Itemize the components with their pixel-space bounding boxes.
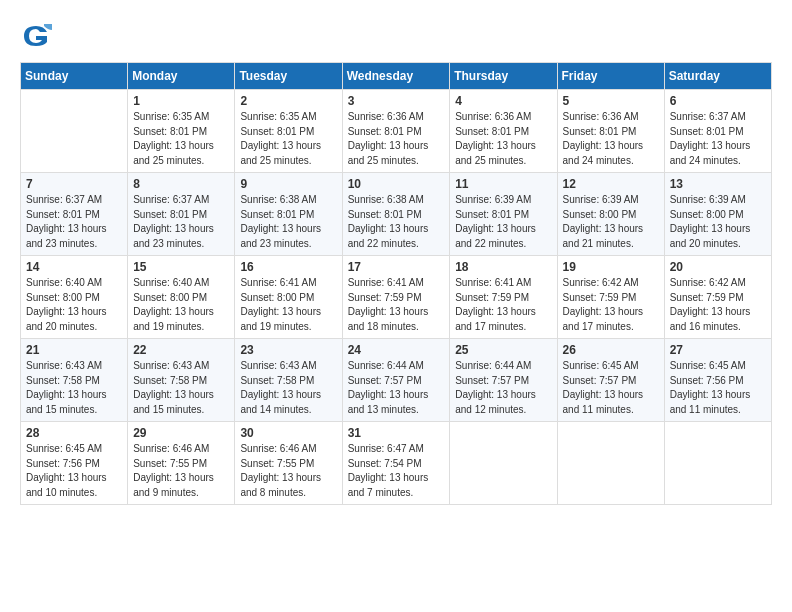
day-info: Sunrise: 6:42 AM Sunset: 7:59 PM Dayligh… bbox=[563, 276, 659, 334]
day-cell: 11 Sunrise: 6:39 AM Sunset: 8:01 PM Dayl… bbox=[450, 173, 557, 256]
day-info: Sunrise: 6:43 AM Sunset: 7:58 PM Dayligh… bbox=[240, 359, 336, 417]
week-row-5: 28 Sunrise: 6:45 AM Sunset: 7:56 PM Dayl… bbox=[21, 422, 772, 505]
day-info: Sunrise: 6:37 AM Sunset: 8:01 PM Dayligh… bbox=[670, 110, 766, 168]
day-number: 15 bbox=[133, 260, 229, 274]
day-number: 8 bbox=[133, 177, 229, 191]
week-row-4: 21 Sunrise: 6:43 AM Sunset: 7:58 PM Dayl… bbox=[21, 339, 772, 422]
week-row-1: 1 Sunrise: 6:35 AM Sunset: 8:01 PM Dayli… bbox=[21, 90, 772, 173]
day-info: Sunrise: 6:38 AM Sunset: 8:01 PM Dayligh… bbox=[240, 193, 336, 251]
day-info: Sunrise: 6:41 AM Sunset: 7:59 PM Dayligh… bbox=[348, 276, 445, 334]
header-thursday: Thursday bbox=[450, 63, 557, 90]
day-number: 14 bbox=[26, 260, 122, 274]
day-info: Sunrise: 6:40 AM Sunset: 8:00 PM Dayligh… bbox=[133, 276, 229, 334]
day-info: Sunrise: 6:42 AM Sunset: 7:59 PM Dayligh… bbox=[670, 276, 766, 334]
day-info: Sunrise: 6:44 AM Sunset: 7:57 PM Dayligh… bbox=[348, 359, 445, 417]
day-info: Sunrise: 6:39 AM Sunset: 8:00 PM Dayligh… bbox=[670, 193, 766, 251]
day-number: 5 bbox=[563, 94, 659, 108]
day-cell: 2 Sunrise: 6:35 AM Sunset: 8:01 PM Dayli… bbox=[235, 90, 342, 173]
day-number: 22 bbox=[133, 343, 229, 357]
day-cell: 9 Sunrise: 6:38 AM Sunset: 8:01 PM Dayli… bbox=[235, 173, 342, 256]
day-cell: 19 Sunrise: 6:42 AM Sunset: 7:59 PM Dayl… bbox=[557, 256, 664, 339]
day-cell: 20 Sunrise: 6:42 AM Sunset: 7:59 PM Dayl… bbox=[664, 256, 771, 339]
day-cell: 30 Sunrise: 6:46 AM Sunset: 7:55 PM Dayl… bbox=[235, 422, 342, 505]
day-info: Sunrise: 6:45 AM Sunset: 7:57 PM Dayligh… bbox=[563, 359, 659, 417]
day-cell bbox=[21, 90, 128, 173]
day-info: Sunrise: 6:40 AM Sunset: 8:00 PM Dayligh… bbox=[26, 276, 122, 334]
day-cell: 22 Sunrise: 6:43 AM Sunset: 7:58 PM Dayl… bbox=[128, 339, 235, 422]
day-number: 4 bbox=[455, 94, 551, 108]
day-number: 25 bbox=[455, 343, 551, 357]
day-cell: 16 Sunrise: 6:41 AM Sunset: 8:00 PM Dayl… bbox=[235, 256, 342, 339]
day-cell: 12 Sunrise: 6:39 AM Sunset: 8:00 PM Dayl… bbox=[557, 173, 664, 256]
day-info: Sunrise: 6:38 AM Sunset: 8:01 PM Dayligh… bbox=[348, 193, 445, 251]
day-cell: 28 Sunrise: 6:45 AM Sunset: 7:56 PM Dayl… bbox=[21, 422, 128, 505]
day-cell bbox=[557, 422, 664, 505]
day-number: 18 bbox=[455, 260, 551, 274]
day-cell: 14 Sunrise: 6:40 AM Sunset: 8:00 PM Dayl… bbox=[21, 256, 128, 339]
day-cell: 26 Sunrise: 6:45 AM Sunset: 7:57 PM Dayl… bbox=[557, 339, 664, 422]
day-info: Sunrise: 6:45 AM Sunset: 7:56 PM Dayligh… bbox=[670, 359, 766, 417]
header-wednesday: Wednesday bbox=[342, 63, 450, 90]
day-cell: 25 Sunrise: 6:44 AM Sunset: 7:57 PM Dayl… bbox=[450, 339, 557, 422]
header-saturday: Saturday bbox=[664, 63, 771, 90]
logo-icon bbox=[20, 20, 52, 52]
day-info: Sunrise: 6:46 AM Sunset: 7:55 PM Dayligh… bbox=[133, 442, 229, 500]
day-number: 27 bbox=[670, 343, 766, 357]
day-cell: 27 Sunrise: 6:45 AM Sunset: 7:56 PM Dayl… bbox=[664, 339, 771, 422]
day-cell: 6 Sunrise: 6:37 AM Sunset: 8:01 PM Dayli… bbox=[664, 90, 771, 173]
day-number: 31 bbox=[348, 426, 445, 440]
week-row-2: 7 Sunrise: 6:37 AM Sunset: 8:01 PM Dayli… bbox=[21, 173, 772, 256]
day-cell: 7 Sunrise: 6:37 AM Sunset: 8:01 PM Dayli… bbox=[21, 173, 128, 256]
page-header bbox=[20, 20, 772, 52]
day-info: Sunrise: 6:46 AM Sunset: 7:55 PM Dayligh… bbox=[240, 442, 336, 500]
day-number: 23 bbox=[240, 343, 336, 357]
day-cell: 29 Sunrise: 6:46 AM Sunset: 7:55 PM Dayl… bbox=[128, 422, 235, 505]
day-info: Sunrise: 6:36 AM Sunset: 8:01 PM Dayligh… bbox=[348, 110, 445, 168]
day-cell: 5 Sunrise: 6:36 AM Sunset: 8:01 PM Dayli… bbox=[557, 90, 664, 173]
header-sunday: Sunday bbox=[21, 63, 128, 90]
day-cell: 18 Sunrise: 6:41 AM Sunset: 7:59 PM Dayl… bbox=[450, 256, 557, 339]
day-number: 30 bbox=[240, 426, 336, 440]
day-info: Sunrise: 6:37 AM Sunset: 8:01 PM Dayligh… bbox=[133, 193, 229, 251]
day-cell bbox=[664, 422, 771, 505]
day-info: Sunrise: 6:41 AM Sunset: 7:59 PM Dayligh… bbox=[455, 276, 551, 334]
header-monday: Monday bbox=[128, 63, 235, 90]
day-cell: 24 Sunrise: 6:44 AM Sunset: 7:57 PM Dayl… bbox=[342, 339, 450, 422]
day-number: 2 bbox=[240, 94, 336, 108]
day-number: 6 bbox=[670, 94, 766, 108]
day-number: 1 bbox=[133, 94, 229, 108]
day-cell: 17 Sunrise: 6:41 AM Sunset: 7:59 PM Dayl… bbox=[342, 256, 450, 339]
day-info: Sunrise: 6:36 AM Sunset: 8:01 PM Dayligh… bbox=[455, 110, 551, 168]
day-number: 20 bbox=[670, 260, 766, 274]
day-info: Sunrise: 6:41 AM Sunset: 8:00 PM Dayligh… bbox=[240, 276, 336, 334]
day-number: 16 bbox=[240, 260, 336, 274]
day-number: 3 bbox=[348, 94, 445, 108]
day-number: 7 bbox=[26, 177, 122, 191]
calendar-header-row: SundayMondayTuesdayWednesdayThursdayFrid… bbox=[21, 63, 772, 90]
day-number: 21 bbox=[26, 343, 122, 357]
day-number: 24 bbox=[348, 343, 445, 357]
day-cell: 15 Sunrise: 6:40 AM Sunset: 8:00 PM Dayl… bbox=[128, 256, 235, 339]
day-cell: 8 Sunrise: 6:37 AM Sunset: 8:01 PM Dayli… bbox=[128, 173, 235, 256]
day-cell: 23 Sunrise: 6:43 AM Sunset: 7:58 PM Dayl… bbox=[235, 339, 342, 422]
day-number: 29 bbox=[133, 426, 229, 440]
day-cell: 1 Sunrise: 6:35 AM Sunset: 8:01 PM Dayli… bbox=[128, 90, 235, 173]
day-number: 11 bbox=[455, 177, 551, 191]
day-info: Sunrise: 6:44 AM Sunset: 7:57 PM Dayligh… bbox=[455, 359, 551, 417]
day-info: Sunrise: 6:45 AM Sunset: 7:56 PM Dayligh… bbox=[26, 442, 122, 500]
day-info: Sunrise: 6:35 AM Sunset: 8:01 PM Dayligh… bbox=[240, 110, 336, 168]
day-number: 17 bbox=[348, 260, 445, 274]
day-info: Sunrise: 6:37 AM Sunset: 8:01 PM Dayligh… bbox=[26, 193, 122, 251]
day-cell bbox=[450, 422, 557, 505]
day-number: 28 bbox=[26, 426, 122, 440]
day-info: Sunrise: 6:36 AM Sunset: 8:01 PM Dayligh… bbox=[563, 110, 659, 168]
day-info: Sunrise: 6:47 AM Sunset: 7:54 PM Dayligh… bbox=[348, 442, 445, 500]
day-number: 9 bbox=[240, 177, 336, 191]
day-number: 26 bbox=[563, 343, 659, 357]
day-cell: 10 Sunrise: 6:38 AM Sunset: 8:01 PM Dayl… bbox=[342, 173, 450, 256]
header-friday: Friday bbox=[557, 63, 664, 90]
day-info: Sunrise: 6:39 AM Sunset: 8:01 PM Dayligh… bbox=[455, 193, 551, 251]
day-number: 10 bbox=[348, 177, 445, 191]
day-cell: 3 Sunrise: 6:36 AM Sunset: 8:01 PM Dayli… bbox=[342, 90, 450, 173]
week-row-3: 14 Sunrise: 6:40 AM Sunset: 8:00 PM Dayl… bbox=[21, 256, 772, 339]
